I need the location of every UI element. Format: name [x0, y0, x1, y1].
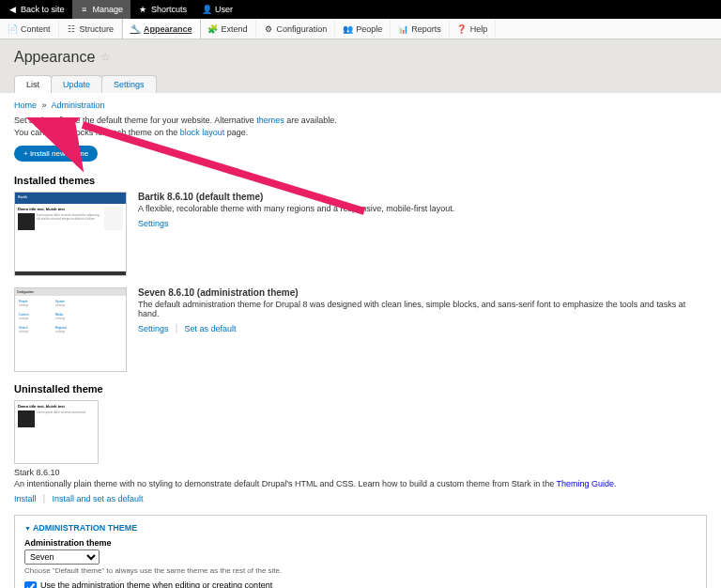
theme-bartik: Bartik Demo title text, bluish testLorem… [14, 192, 707, 276]
toolbar: ◀ Back to site ≡ Manage ★ Shortcuts 👤 Us… [0, 0, 721, 19]
intro-1: Set and configure the default theme for … [14, 116, 707, 125]
tabs: List Update Settings [0, 75, 721, 93]
breadcrumb: Home » Administration [14, 101, 707, 110]
seven-screenshot: Configuration Peoplesettings Systemsetti… [14, 287, 127, 372]
bartik-settings-link[interactable]: Settings [138, 219, 169, 228]
user-icon: 👤 [202, 5, 211, 14]
menu-content[interactable]: 📄 Content [0, 19, 59, 39]
use-admin-theme-checkbox[interactable] [24, 581, 37, 588]
theme-stark: Demo title text, bluish testLorem ipsum … [14, 400, 707, 503]
page-header: Appearance ☆ [0, 39, 721, 75]
content: Home » Administration Set and configure … [0, 93, 721, 588]
bartik-screenshot: Bartik Demo title text, bluish testLorem… [14, 192, 127, 276]
seven-settings-link[interactable]: Settings [138, 324, 169, 333]
tab-settings[interactable]: Settings [101, 75, 157, 93]
menu-reports[interactable]: 📊 Reports [391, 19, 450, 39]
page-title: Appearance ☆ [14, 49, 707, 66]
back-to-site[interactable]: ◀ Back to site [0, 0, 72, 19]
menu-people[interactable]: 👥 People [335, 19, 391, 39]
stark-name: Stark 8.6.10 [14, 468, 707, 477]
menu-extend[interactable]: 🧩 Extend [201, 19, 256, 39]
tab-update[interactable]: Update [51, 75, 102, 93]
user-toggle[interactable]: 👤 User [194, 0, 240, 19]
breadcrumb-admin[interactable]: Administration [52, 101, 105, 110]
structure-icon: ☷ [67, 24, 76, 34]
menu-structure[interactable]: ☷ Structure [59, 19, 123, 39]
manage-label: Manage [93, 5, 124, 14]
install-new-theme-button[interactable]: + Install new theme [14, 146, 98, 162]
content-icon: 📄 [8, 24, 17, 34]
admin-theme-help1: Choose "Default theme" to always use the… [24, 566, 697, 575]
bartik-desc: A flexible, recolorable theme with many … [138, 204, 707, 213]
use-admin-theme-label: Use the administration theme when editin… [40, 580, 272, 588]
block-layout-link[interactable]: block layout [180, 128, 225, 137]
stark-install-default-link[interactable]: Install and set as default [53, 494, 144, 503]
help-icon: ❓ [457, 24, 467, 34]
reports-icon: 📊 [398, 24, 407, 34]
intro-2: You can place blocks for each theme on t… [14, 128, 707, 137]
extend-icon: 🧩 [208, 24, 218, 34]
star-icon: ★ [138, 5, 147, 14]
user-label: User [215, 5, 233, 14]
theming-guide-link[interactable]: Theming Guide [557, 479, 615, 488]
stark-install-link[interactable]: Install [14, 494, 37, 503]
theme-seven: Configuration Peoplesettings Systemsetti… [14, 287, 707, 372]
tab-list[interactable]: List [14, 75, 52, 93]
admin-theme-label: Administration theme [24, 538, 697, 548]
seven-desc: The default administration theme for Dru… [138, 300, 707, 318]
uninstalled-heading: Uninstalled theme [14, 383, 707, 395]
seven-name: Seven 8.6.10 (administration theme) [138, 287, 707, 298]
back-icon: ◀ [8, 5, 17, 14]
appearance-icon: 🔧 [130, 24, 140, 34]
admin-theme-fieldset: ADMINISTRATION THEME Administration them… [14, 515, 707, 588]
menu-help[interactable]: ❓ Help [450, 19, 497, 39]
manage-toggle[interactable]: ≡ Manage [72, 0, 131, 19]
bartik-name: Bartik 8.6.10 (default theme) [138, 192, 707, 202]
shortcuts-label: Shortcuts [151, 5, 187, 14]
admin-menu: 📄 Content ☷ Structure 🔧 Appearance 🧩 Ext… [0, 19, 721, 39]
back-label: Back to site [21, 5, 65, 14]
stark-screenshot: Demo title text, bluish testLorem ipsum … [14, 400, 99, 464]
seven-set-default-link[interactable]: Set as default [185, 324, 237, 333]
favorite-star-icon[interactable]: ☆ [100, 51, 111, 64]
breadcrumb-home[interactable]: Home [14, 101, 37, 110]
hamburger-icon: ≡ [80, 5, 89, 14]
menu-appearance[interactable]: 🔧 Appearance [122, 19, 201, 39]
config-icon: ⚙ [264, 24, 273, 34]
people-icon: 👥 [343, 24, 352, 34]
themes-link[interactable]: themes [256, 116, 284, 125]
stark-desc: An intentionally plain theme with no sty… [14, 479, 707, 488]
shortcuts-toggle[interactable]: ★ Shortcuts [130, 0, 194, 19]
admin-theme-select[interactable]: Seven [24, 549, 100, 565]
installed-themes-heading: Installed themes [14, 175, 707, 186]
menu-configuration[interactable]: ⚙ Configuration [256, 19, 336, 39]
admin-theme-legend[interactable]: ADMINISTRATION THEME [24, 523, 697, 533]
